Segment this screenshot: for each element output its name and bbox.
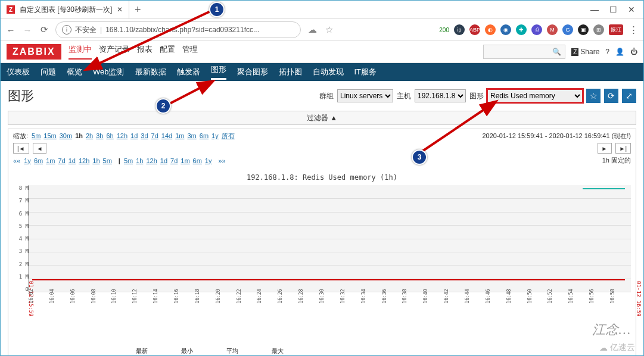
- browser-tab[interactable]: Z 自定义图表 [每30秒刷新一次] ✕: [1, 1, 129, 18]
- logout-icon[interactable]: ⏻: [630, 48, 637, 56]
- fwd-opts-5m[interactable]: 5m: [124, 157, 133, 164]
- prev-first-button[interactable]: |◄: [13, 143, 29, 154]
- shift-sep: |: [119, 157, 120, 164]
- ext-icon-7[interactable]: G: [562, 24, 573, 35]
- zoom-6m[interactable]: 6m: [200, 132, 209, 139]
- ext-icon-1[interactable]: ip: [454, 24, 465, 35]
- zoom-14d[interactable]: 14d: [161, 132, 172, 139]
- back-opts-12h[interactable]: 12h: [79, 157, 89, 164]
- sub-menu-4[interactable]: 最新数据: [135, 67, 166, 77]
- zoom-3d[interactable]: 3d: [141, 132, 148, 139]
- zoom-3m[interactable]: 3m: [188, 132, 197, 139]
- help-icon[interactable]: ?: [605, 48, 609, 56]
- info-icon[interactable]: i: [62, 25, 71, 35]
- ext-icon-4[interactable]: ✚: [516, 24, 527, 35]
- back-opts-1d[interactable]: 1d: [69, 157, 76, 164]
- url-field[interactable]: i 不安全 | 168.1.10/zabbix/charts.php?sid=c…: [55, 21, 301, 38]
- zoom-1m[interactable]: 1m: [175, 132, 184, 139]
- zabbix-top-bar: ZABBIX 监测中资产记录报表配置管理 🔍 ZShare ? 👤 ⏻: [1, 41, 643, 63]
- back-icon[interactable]: ←: [5, 24, 16, 35]
- zoom-15m[interactable]: 15m: [43, 132, 56, 139]
- back-opts-5m[interactable]: 5m: [103, 157, 112, 164]
- top-menu-1[interactable]: 资产记录: [99, 44, 130, 60]
- sub-menu-0[interactable]: 仪表板: [7, 67, 30, 77]
- next-last-button[interactable]: ►|: [615, 143, 631, 154]
- url-text: 168.1.10/zabbix/charts.php?sid=cad093211…: [105, 26, 259, 34]
- sub-menu-7[interactable]: 聚合图形: [237, 67, 268, 77]
- fwd-opts-12h[interactable]: 12h: [146, 157, 157, 164]
- reload-icon[interactable]: ⟳: [39, 24, 49, 35]
- fullscreen-button[interactable]: ⤢: [622, 89, 636, 103]
- fwd-opts-1m[interactable]: 1m: [181, 157, 189, 164]
- top-menu-4[interactable]: 管理: [182, 44, 198, 60]
- ext-icon-abp[interactable]: ABP: [469, 24, 480, 35]
- account-badge[interactable]: 振江: [609, 24, 623, 35]
- zoom-6h[interactable]: 6h: [107, 132, 114, 139]
- maximize-icon[interactable]: ☐: [609, 5, 617, 14]
- back-opts-7d[interactable]: 7d: [58, 157, 65, 164]
- chart-area: 192.168.1.8: Redis Used memory (1h) 8 M7…: [13, 173, 631, 356]
- share-button[interactable]: ZShare: [571, 48, 599, 56]
- sub-menu-5[interactable]: 触发器: [177, 67, 200, 77]
- ext-icon-9[interactable]: ⊞: [593, 24, 604, 35]
- fwd-opts-7d[interactable]: 7d: [170, 157, 178, 164]
- search-input[interactable]: 🔍: [483, 45, 565, 59]
- fwd-opts-1h[interactable]: 1h: [136, 157, 143, 164]
- zoom-30m[interactable]: 30m: [60, 132, 72, 139]
- close-tab-icon[interactable]: ✕: [117, 5, 123, 14]
- back-opts-1y[interactable]: 1y: [24, 157, 31, 164]
- sub-menu-6[interactable]: 图形: [211, 64, 226, 80]
- zoom-3h[interactable]: 3h: [96, 132, 103, 139]
- zoom-label: 缩放:: [13, 132, 28, 140]
- back-opts-1h[interactable]: 1h: [92, 157, 99, 164]
- sub-menu-9[interactable]: 自动发现: [313, 67, 344, 77]
- y-axis: 8 M7 M6 M5 M4 M3 M2 M1 M0: [13, 185, 29, 292]
- translate-icon[interactable]: ☁: [307, 24, 318, 35]
- zabbix-logo[interactable]: ZABBIX: [7, 44, 61, 60]
- graph-select[interactable]: Redis Used memory: [487, 89, 583, 102]
- sub-menu-3[interactable]: Web监测: [93, 67, 125, 77]
- next-button[interactable]: ►: [598, 143, 612, 154]
- back-opts-1m[interactable]: 1m: [46, 157, 55, 164]
- group-select[interactable]: Linux servers: [337, 89, 393, 102]
- zoom-1h[interactable]: 1h: [75, 132, 83, 139]
- prev-button[interactable]: ◄: [33, 143, 47, 154]
- ext-icon-3[interactable]: ◉: [500, 24, 511, 35]
- fwd-opts-1y[interactable]: 1y: [205, 157, 212, 164]
- user-icon[interactable]: 👤: [615, 48, 624, 56]
- zoom-12h[interactable]: 12h: [117, 132, 127, 139]
- ext-icon-2[interactable]: ◐: [485, 24, 496, 35]
- top-menu-0[interactable]: 监测中: [69, 44, 92, 60]
- graph-label: 图形: [469, 91, 484, 101]
- new-tab-button[interactable]: +: [129, 4, 146, 16]
- zoom-1d[interactable]: 1d: [130, 132, 138, 139]
- fwd-opts-6m[interactable]: 6m: [193, 157, 202, 164]
- ext-icon-8[interactable]: ▣: [578, 24, 589, 35]
- zoom-所有[interactable]: 所有: [222, 132, 235, 139]
- refresh-button[interactable]: ⟳: [604, 89, 618, 103]
- filter-toggle[interactable]: 过滤器 ▲: [8, 111, 636, 125]
- minimize-icon[interactable]: —: [590, 5, 599, 14]
- fwd-opts-1d[interactable]: 1d: [160, 157, 167, 164]
- menu-icon[interactable]: ⋮: [628, 24, 639, 35]
- close-window-icon[interactable]: ✕: [628, 5, 635, 14]
- sub-menu-1[interactable]: 问题: [41, 67, 56, 77]
- favorite-button[interactable]: ☆: [586, 89, 601, 103]
- zoom-7d[interactable]: 7d: [151, 132, 158, 139]
- sub-menu-2[interactable]: 概览: [67, 67, 82, 77]
- top-menu-3[interactable]: 配置: [160, 44, 175, 60]
- top-menu-2[interactable]: 报表: [137, 44, 153, 60]
- star-icon[interactable]: ☆: [323, 24, 334, 35]
- zoom-5m[interactable]: 5m: [32, 132, 41, 139]
- back-opts-6m[interactable]: 6m: [34, 157, 43, 164]
- legend-header: 最新最小平均最大: [114, 347, 631, 355]
- zoom-2h[interactable]: 2h: [86, 132, 93, 139]
- ext-icon-6[interactable]: M: [547, 24, 558, 35]
- page-header: 图形 群组 Linux servers 主机 192.168.1.8 图形 Re…: [1, 81, 643, 111]
- ext-icon-5[interactable]: ⎙: [531, 24, 542, 35]
- sub-menu-8[interactable]: 拓扑图: [279, 67, 302, 77]
- page-title: 图形: [8, 87, 34, 105]
- zoom-1y[interactable]: 1y: [211, 132, 219, 139]
- host-select[interactable]: 192.168.1.8: [415, 89, 466, 102]
- sub-menu-10[interactable]: IT服务: [354, 67, 377, 77]
